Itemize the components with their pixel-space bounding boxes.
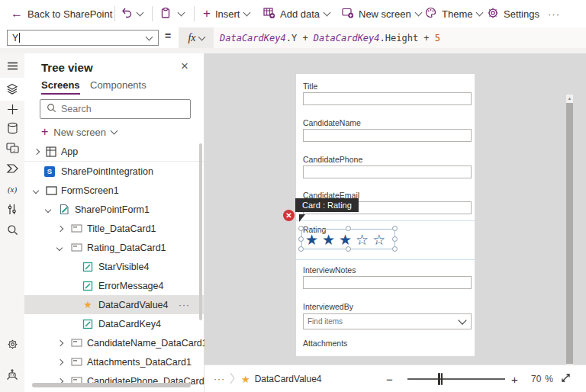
app-settings-rail-icon[interactable]: [0, 334, 24, 354]
property-selector[interactable]: Y: [7, 30, 159, 46]
fx-dropdown[interactable]: fx: [179, 27, 214, 48]
paste-button[interactable]: [159, 0, 172, 27]
tree-item-app[interactable]: App: [24, 142, 204, 161]
clipboard-icon: [159, 7, 172, 21]
selection-handle[interactable]: [298, 226, 304, 231]
selection-handle[interactable]: [298, 236, 304, 242]
paste-menu-chevron[interactable]: [179, 0, 184, 27]
add-data-button[interactable]: Add data: [262, 0, 330, 27]
tab-screens[interactable]: Screens: [41, 79, 80, 95]
gear-icon: [487, 7, 499, 21]
candidatename-input[interactable]: [303, 129, 472, 142]
chevron-down-icon[interactable]: [33, 187, 39, 193]
undo-menu-chevron[interactable]: [137, 0, 143, 27]
selection-handle[interactable]: [392, 236, 398, 242]
close-icon[interactable]: ×: [181, 59, 188, 74]
chevron-down-icon[interactable]: [45, 206, 51, 212]
zoom-percentage[interactable]: 70 %: [531, 365, 553, 392]
plus-icon: +: [41, 125, 48, 139]
interviewedby-combobox[interactable]: [303, 313, 472, 329]
zoom-in-button[interactable]: +: [511, 365, 518, 392]
menu-hamburger-icon[interactable]: [0, 56, 24, 76]
tree-item-starvisible4[interactable]: StarVisible4: [24, 257, 204, 276]
undo-button[interactable]: [121, 0, 133, 27]
interviewnotes-input[interactable]: [303, 276, 472, 289]
chevron-right-icon[interactable]: [57, 358, 63, 365]
breadcrumb-chevron-icon: [229, 371, 236, 385]
form-scrollbar-track[interactable]: ▲: [566, 95, 573, 377]
tree-item-errormessage4[interactable]: ErrorMessage4: [24, 276, 204, 295]
tree-item-candidatephone-datacard1[interactable]: CandidatePhone_DataCard1: [24, 371, 204, 390]
tree-item-title-datacard1[interactable]: Title_DataCard1: [24, 219, 204, 238]
zoom-slider-track[interactable]: [407, 378, 505, 380]
search-input[interactable]: [61, 104, 175, 114]
row-more-icon[interactable]: ···: [179, 300, 190, 310]
candidatephone-input[interactable]: [303, 165, 472, 178]
more-commands-button[interactable]: ···: [548, 0, 560, 27]
power-automate-rail-icon[interactable]: [0, 159, 24, 178]
design-canvas[interactable]: Title CandidateName CandidatePhone Candi…: [204, 53, 586, 365]
text-caret: [19, 33, 20, 43]
chevron-right-icon[interactable]: [57, 225, 63, 231]
tree-item-candidatename-datacard1[interactable]: CandidateName_DataCard1: [24, 333, 204, 352]
status-selected-control[interactable]: ★ DataCardValue4: [241, 365, 322, 392]
chevron-right-icon[interactable]: [57, 339, 63, 345]
tree-item-label: ErrorMessage4: [98, 281, 163, 291]
tree-item-attachments-datacard1[interactable]: Attachments_DataCard1: [24, 352, 204, 371]
settings-button[interactable]: Settings: [487, 0, 539, 27]
selection-handle[interactable]: [392, 226, 398, 231]
tree-horizontal-scrollbar[interactable]: [32, 383, 191, 387]
selection-handle[interactable]: [346, 226, 351, 231]
media-rail-icon[interactable]: ♪: [0, 138, 24, 158]
status-more-button[interactable]: ···: [214, 365, 225, 392]
data-rail-icon[interactable]: [0, 118, 24, 138]
zoom-out-button[interactable]: −: [386, 365, 393, 392]
add-data-label: Add data: [280, 8, 320, 20]
left-icon-rail: ♪ (x): [0, 53, 24, 392]
expand-diagonal-icon: [560, 372, 572, 386]
selection-handle[interactable]: [392, 246, 398, 252]
selection-handle[interactable]: [346, 246, 351, 252]
tree-search-box[interactable]: [40, 99, 191, 119]
tree-item-formscreen1[interactable]: FormScreen1: [24, 181, 204, 200]
tree-item-label: CandidateName_DataCard1: [87, 338, 208, 349]
fit-to-window-button[interactable]: [560, 365, 572, 392]
tree-item-sharepointform1[interactable]: SharePointForm1: [24, 200, 204, 219]
tab-components[interactable]: Components: [90, 79, 146, 91]
new-screen-button[interactable]: New screen: [341, 0, 421, 27]
tree-item-datacardkey4[interactable]: DataCardKey4: [24, 314, 204, 333]
virtual-agent-rail-icon[interactable]: [0, 365, 24, 384]
sharepoint-form-card[interactable]: Title CandidateName CandidatePhone Candi…: [296, 74, 475, 356]
advanced-tools-rail-icon[interactable]: [0, 199, 24, 219]
tree-item-sharepointintegration[interactable]: S SharePointIntegration: [24, 162, 204, 181]
tree-view-rail-icon[interactable]: [0, 78, 24, 101]
chevron-right-icon[interactable]: [34, 148, 40, 154]
tree-view-panel: Tree view × Screens Components + New scr…: [24, 53, 204, 392]
variables-rail-icon[interactable]: (x): [0, 179, 24, 199]
selection-handle[interactable]: [298, 246, 304, 252]
title-input[interactable]: [303, 92, 472, 105]
tree-vertical-scrollbar[interactable]: [199, 143, 202, 320]
formula-number: 5: [435, 33, 440, 43]
error-badge-icon[interactable]: ✕: [283, 210, 295, 221]
chevron-down-icon[interactable]: [56, 244, 63, 250]
new-screen-dropdown[interactable]: + New screen: [41, 125, 117, 139]
find-items-input[interactable]: [304, 317, 441, 326]
field-label-interviewnotes: InterviewNotes: [303, 265, 356, 275]
search-rail-icon[interactable]: [0, 220, 24, 239]
form-scrollbar-thumb[interactable]: [566, 103, 573, 364]
scroll-up-arrow-icon[interactable]: ▲: [566, 95, 573, 103]
tree-item-rating-datacard1[interactable]: Rating_DataCard1: [24, 238, 204, 257]
back-button[interactable]: ← Back to SharePoint: [11, 0, 112, 27]
formula-input[interactable]: DataCardKey4.Y + DataCardKey4.Height + 5: [214, 27, 586, 48]
formula-bar: Y = fx DataCardKey4.Y + DataCardKey4.Hei…: [0, 27, 586, 48]
insert-button[interactable]: + Insert: [203, 0, 250, 27]
insert-rail-icon[interactable]: [0, 99, 24, 119]
tree-item-label: DataCardValue4: [98, 300, 169, 310]
selected-control-label: DataCardValue4: [255, 374, 322, 384]
theme-palette-icon: [424, 6, 437, 21]
chevron-down-icon: [137, 9, 144, 17]
tree-item-datacardvalue4-selected[interactable]: ★ DataCardValue4 ···: [24, 295, 204, 314]
zoom-slider-thumb[interactable]: [438, 373, 443, 385]
theme-button[interactable]: Theme: [424, 0, 482, 27]
